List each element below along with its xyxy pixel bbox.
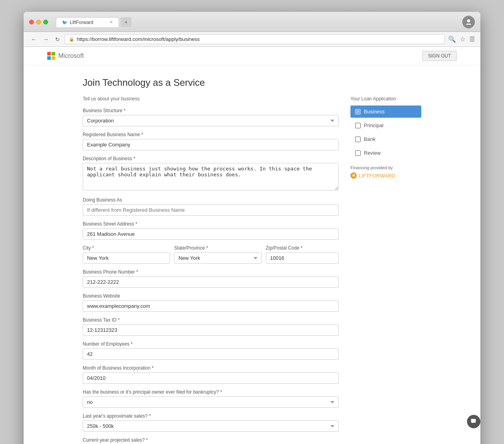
ms-logo-sq1 [47, 52, 51, 56]
business-structure-label: Business Structure * [83, 108, 339, 113]
liftforward-text: LIFTFORWARD [359, 173, 395, 179]
current-year-sales-group: Current year projected sales? * 500k - 1… [83, 437, 339, 444]
employees-input[interactable] [83, 348, 339, 360]
last-year-sales-select[interactable]: 250k - 500k Under 250k 500k - 1.0m 1.0m … [83, 420, 339, 432]
sidebar-item-business[interactable]: ✓ Business [350, 105, 421, 118]
titlebar: 🐦 LiftForward ✕ + [24, 12, 480, 32]
page-title: Join Technology as a Service [83, 77, 421, 88]
chat-bubble-button[interactable] [467, 415, 480, 428]
chat-icon [471, 418, 477, 425]
back-button[interactable]: ← [29, 35, 38, 43]
section-label: Tell us about your business [83, 96, 339, 102]
street-address-group: Business Street Address * [83, 221, 339, 240]
review-checkbox [355, 150, 361, 156]
incorporation-group: Month of Business Incorporation * [83, 365, 339, 384]
sidebar-item-principal-label: Principal [364, 122, 384, 128]
description-label: Description of Business * [83, 156, 339, 161]
browser-window: 🐦 LiftForward ✕ + ← → ↻ 🔒 https://borrow… [24, 12, 480, 444]
incorporation-label: Month of Business Incorporation * [83, 365, 339, 371]
svg-rect-1 [471, 419, 476, 422]
tax-id-label: Business Tax ID * [83, 317, 339, 323]
street-address-label: Business Street Address * [83, 221, 339, 227]
ms-logo-text: Microsoft [58, 52, 84, 59]
user-icon [462, 16, 475, 28]
website-label: Business Website [83, 293, 339, 299]
liftforward-icon: ⚙ [350, 172, 357, 179]
bankruptcy-select[interactable]: no yes [83, 396, 339, 408]
state-select[interactable]: New York California Texas [174, 252, 261, 264]
sidebar-item-review-label: Review [364, 150, 381, 156]
ms-logo: Microsoft [47, 52, 84, 60]
forward-button[interactable]: → [41, 35, 50, 43]
tab-close-icon[interactable]: ✕ [109, 20, 113, 25]
registered-name-label: Registered Business Name * [83, 132, 339, 137]
tax-id-input[interactable] [83, 324, 339, 336]
city-state-zip-group: City * State/Province * New York Califor… [83, 245, 339, 264]
zip-group: Zip/Postal Code * [266, 245, 339, 264]
refresh-button[interactable]: ↻ [54, 35, 61, 43]
new-tab-button[interactable]: + [120, 17, 132, 27]
dba-input[interactable] [83, 204, 339, 216]
city-label: City * [83, 245, 170, 251]
business-structure-group: Business Structure * Corporation LLC Par… [83, 108, 339, 126]
sign-out-button[interactable]: SIGN OUT [422, 51, 457, 61]
tax-id-group: Business Tax ID * [83, 317, 339, 336]
last-year-sales-label: Last year's approximate sales? * [83, 413, 339, 419]
phone-label: Business Phone Number * [83, 269, 339, 275]
bankruptcy-label: Has the business or it's principal owner… [83, 389, 339, 395]
page-content: Microsoft SIGN OUT Join Technology as a … [24, 47, 480, 444]
url-text: https://borrow.liftforward.com/microsoft… [77, 36, 200, 42]
current-year-sales-label: Current year projected sales? * [83, 437, 339, 443]
minimize-button[interactable] [36, 20, 41, 24]
address-bar-row: ← → ↻ 🔒 https://borrow.liftforward.com/m… [24, 32, 480, 47]
sidebar-item-business-label: Business [364, 109, 385, 115]
main-layout: Join Technology as a Service Tell us abo… [75, 65, 429, 444]
form-area: Tell us about your business Business Str… [83, 96, 339, 444]
sidebar-title: Your Loan Application [350, 96, 421, 102]
tab-title: LiftForward [70, 20, 93, 25]
dba-group: Doing Business As [83, 197, 339, 216]
close-button[interactable] [29, 20, 34, 24]
address-bar[interactable]: 🔒 https://borrow.liftforward.com/microso… [65, 34, 445, 44]
description-group: Description of Business * Not a real bus… [83, 156, 339, 192]
zip-input[interactable] [266, 252, 339, 264]
phone-group: Business Phone Number * [83, 269, 339, 288]
sidebar-item-principal[interactable]: Principal [350, 119, 421, 131]
svg-point-0 [467, 19, 470, 22]
tab-favicon: 🐦 [62, 20, 67, 25]
menu-icon[interactable]: ☰ [469, 35, 475, 43]
phone-input[interactable] [83, 276, 339, 288]
last-year-sales-group: Last year's approximate sales? * 250k - … [83, 413, 339, 432]
description-textarea[interactable]: Not a real business just showing how the… [83, 163, 339, 191]
city-input[interactable] [83, 252, 170, 264]
bankruptcy-group: Has the business or it's principal owner… [83, 389, 339, 408]
financing-label: Financing provided by [350, 165, 421, 170]
principal-checkbox [355, 123, 361, 128]
ms-header: Microsoft SIGN OUT [24, 47, 480, 65]
search-icon[interactable]: 🔍 [448, 35, 456, 43]
website-input[interactable] [83, 300, 339, 312]
incorporation-input[interactable] [83, 372, 339, 384]
registered-name-group: Registered Business Name * [83, 132, 339, 150]
sidebar-item-bank-label: Bank [364, 136, 376, 142]
employees-label: Number of Employees * [83, 341, 339, 347]
dba-label: Doing Business As [83, 197, 339, 203]
liftforward-logo: ⚙ LIFTFORWARD [350, 172, 421, 179]
registered-name-input[interactable] [83, 139, 339, 150]
city-group: City * [83, 245, 170, 264]
sidebar-item-bank[interactable]: Bank [350, 133, 421, 145]
maximize-button[interactable] [43, 20, 48, 24]
sidebar-item-review[interactable]: Review [350, 147, 421, 159]
employees-group: Number of Employees * [83, 341, 339, 360]
street-address-input[interactable] [83, 228, 339, 240]
bookmark-icon[interactable]: ☆ [460, 35, 465, 43]
bank-checkbox [355, 137, 361, 142]
content-area: Tell us about your business Business Str… [83, 96, 421, 444]
business-structure-select[interactable]: Corporation LLC Partnership Sole Proprie… [83, 115, 339, 126]
tab-bar: 🐦 LiftForward ✕ + [56, 17, 458, 27]
ms-logo-grid [47, 52, 55, 60]
zip-label: Zip/Postal Code * [266, 245, 339, 251]
active-tab[interactable]: 🐦 LiftForward ✕ [56, 17, 119, 27]
ms-logo-sq2 [52, 52, 55, 56]
state-label: State/Province * [174, 245, 261, 251]
